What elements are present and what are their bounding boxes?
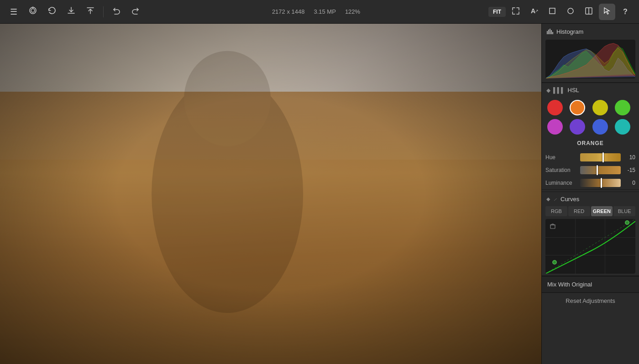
image-area xyxy=(0,24,541,364)
svg-rect-12 xyxy=(547,31,548,34)
svg-rect-13 xyxy=(548,30,549,34)
svg-line-20 xyxy=(545,219,635,274)
circle-icon xyxy=(566,7,575,16)
hsl-header[interactable]: ◆ ▌▌▌ HSL xyxy=(542,83,639,97)
help-button[interactable]: ? xyxy=(617,4,634,20)
curves-header[interactable]: ◆ ⟋ Curves xyxy=(542,192,639,206)
select-icon xyxy=(603,7,611,16)
hue-label: Hue xyxy=(545,154,577,161)
separator xyxy=(103,6,104,17)
hue-thumb[interactable] xyxy=(602,152,604,162)
curves-icon: ⟋ xyxy=(553,197,558,202)
curve-point-bottom[interactable] xyxy=(552,260,557,265)
svg-text:↗: ↗ xyxy=(535,9,538,13)
bottom-section: Mix With Original Reset Adjustments xyxy=(542,276,639,309)
curves-svg xyxy=(545,219,635,274)
share-icon xyxy=(86,6,95,17)
svg-rect-16 xyxy=(552,32,553,34)
svg-point-0 xyxy=(30,7,36,14)
download-icon xyxy=(67,6,76,17)
svg-rect-14 xyxy=(550,29,550,34)
fullscreen-button[interactable] xyxy=(508,4,524,20)
histogram-icon xyxy=(546,27,554,36)
history-button[interactable] xyxy=(44,4,60,20)
crop-button[interactable] xyxy=(544,4,560,20)
svg-marker-9 xyxy=(604,8,609,14)
toolbar-right: FIT A ↗ xyxy=(488,4,634,20)
svg-point-6 xyxy=(568,8,573,14)
luminance-slider[interactable] xyxy=(580,179,621,187)
swatch-blue[interactable] xyxy=(592,119,608,135)
histogram-svg xyxy=(545,40,635,78)
undo-icon xyxy=(112,6,121,17)
tab-green[interactable]: GREEN xyxy=(591,206,613,216)
menu-icon: ☰ xyxy=(10,7,17,17)
right-panel: Histogram ◆ ▌▌▌ HSL xyxy=(541,24,639,364)
svg-point-1 xyxy=(31,9,35,12)
snapshot-button[interactable] xyxy=(25,4,41,20)
svg-rect-5 xyxy=(550,8,555,14)
hsl-icon-bars: ▌▌▌ xyxy=(553,87,565,94)
sat-track xyxy=(580,166,621,174)
panel-icon xyxy=(585,7,593,16)
selected-color-label: ORANGE xyxy=(542,139,639,151)
circle-tool-button[interactable] xyxy=(562,4,579,20)
tab-rgb[interactable]: RGB xyxy=(545,206,567,216)
photo-figure xyxy=(0,24,541,364)
mix-with-original[interactable]: Mix With Original xyxy=(542,276,639,292)
help-icon: ? xyxy=(623,8,628,16)
hue-slider-row: Hue 10 xyxy=(542,151,639,164)
fullscreen-icon xyxy=(512,7,520,16)
fit-button[interactable]: FIT xyxy=(488,7,506,17)
image-dimensions: 2172 x 1448 xyxy=(272,8,305,15)
panel-button[interactable] xyxy=(581,4,597,20)
swatch-purple[interactable] xyxy=(547,119,563,135)
hsl-collapse-icon: ◆ xyxy=(546,87,550,94)
swatch-yellow[interactable] xyxy=(592,100,608,115)
luminance-value: 0 xyxy=(623,180,635,186)
text-tool-button[interactable]: A ↗ xyxy=(526,4,542,20)
select-button[interactable] xyxy=(599,4,615,20)
curve-point-top[interactable] xyxy=(625,220,629,225)
hue-slider[interactable] xyxy=(580,153,621,161)
swatch-red[interactable] xyxy=(547,100,563,115)
swatch-teal[interactable] xyxy=(615,119,630,135)
luminance-thumb[interactable] xyxy=(601,178,602,188)
main-content: Histogram ◆ ▌▌▌ HSL xyxy=(0,24,639,364)
reset-adjustments-button[interactable]: Reset Adjustments xyxy=(542,292,639,309)
swatch-orange[interactable] xyxy=(570,100,585,115)
hsl-section: ◆ ▌▌▌ HSL ORANGE Hue xyxy=(542,83,639,189)
toolbar-left: ☰ xyxy=(5,4,144,20)
hue-value: 10 xyxy=(623,154,635,161)
snapshot-icon xyxy=(28,6,37,17)
saturation-value: -15 xyxy=(623,167,635,173)
saturation-thumb[interactable] xyxy=(597,165,598,175)
redo-button[interactable] xyxy=(127,4,144,20)
swatch-green[interactable] xyxy=(615,100,630,115)
download-button[interactable] xyxy=(63,4,79,20)
histogram-label: Histogram xyxy=(556,28,583,35)
tab-red[interactable]: RED xyxy=(568,206,590,216)
svg-rect-15 xyxy=(551,30,552,34)
curves-area xyxy=(545,219,635,274)
luminance-slider-row: Luminance 0 xyxy=(542,177,639,189)
saturation-slider-row: Saturation -15 xyxy=(542,164,639,177)
hue-track xyxy=(580,153,621,161)
image-info: 2172 x 1448 3.15 MP 122% xyxy=(144,8,488,15)
histogram-container xyxy=(545,40,635,78)
curves-tabs: RGB RED GREEN BLUE xyxy=(545,206,635,216)
svg-point-2 xyxy=(32,7,34,8)
luminance-label: Luminance xyxy=(545,180,577,186)
tab-blue[interactable]: BLUE xyxy=(613,206,635,216)
menu-button[interactable]: ☰ xyxy=(5,4,22,20)
crop-icon xyxy=(548,7,556,16)
share-button[interactable] xyxy=(82,4,99,20)
svg-point-11 xyxy=(184,51,271,146)
curves-collapse-icon: ◆ xyxy=(546,196,550,202)
swatch-violet[interactable] xyxy=(570,119,585,135)
history-icon xyxy=(47,6,57,17)
undo-button[interactable] xyxy=(108,4,125,20)
image-zoom: 122% xyxy=(345,8,360,15)
saturation-slider[interactable] xyxy=(580,166,621,174)
saturation-label: Saturation xyxy=(545,167,577,173)
